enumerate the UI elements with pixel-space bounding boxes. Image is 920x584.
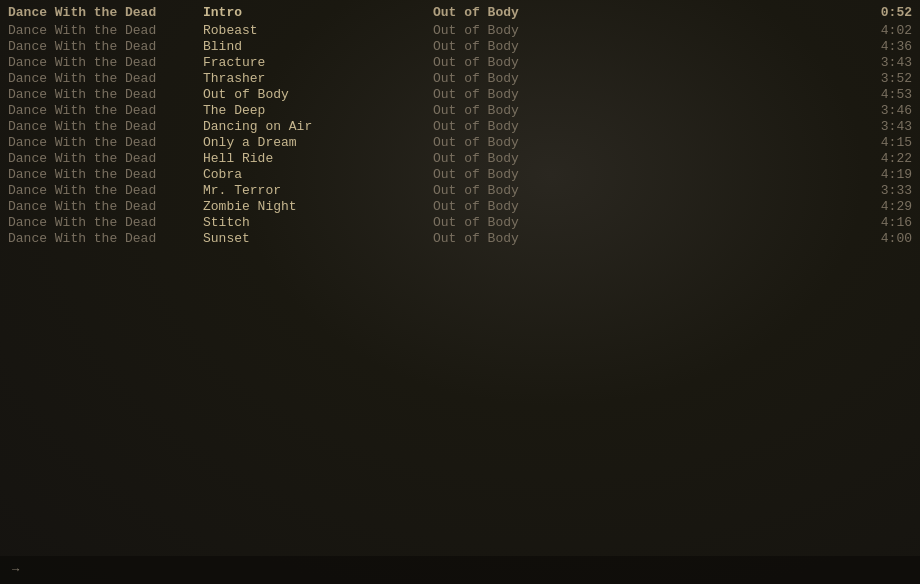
track-album: Out of Body bbox=[433, 215, 663, 230]
track-artist: Dance With the Dead bbox=[8, 23, 203, 38]
track-album: Out of Body bbox=[433, 87, 663, 102]
track-album: Out of Body bbox=[433, 39, 663, 54]
track-album: Out of Body bbox=[433, 231, 663, 246]
track-time: 3:33 bbox=[663, 183, 912, 198]
track-time: 4:36 bbox=[663, 39, 912, 54]
track-row[interactable]: Dance With the DeadBlindOut of Body4:36 bbox=[0, 38, 920, 54]
track-time: 3:46 bbox=[663, 103, 912, 118]
track-time: 0:52 bbox=[663, 5, 912, 20]
track-album: Out of Body bbox=[433, 199, 663, 214]
track-artist: Dance With the Dead bbox=[8, 103, 203, 118]
track-album: Out of Body bbox=[433, 71, 663, 86]
bottom-bar: → bbox=[0, 556, 920, 584]
track-title: Robeast bbox=[203, 23, 433, 38]
track-row[interactable]: Dance With the DeadStitchOut of Body4:16 bbox=[0, 214, 920, 230]
track-time: 4:16 bbox=[663, 215, 912, 230]
track-album: Out of Body bbox=[433, 167, 663, 182]
track-row[interactable]: Dance With the DeadMr. TerrorOut of Body… bbox=[0, 182, 920, 198]
track-title: Intro bbox=[203, 5, 433, 20]
track-time: 3:43 bbox=[663, 55, 912, 70]
track-row[interactable]: Dance With the DeadOnly a DreamOut of Bo… bbox=[0, 134, 920, 150]
track-row[interactable]: Dance With the DeadSunsetOut of Body4:00 bbox=[0, 230, 920, 246]
track-title: Blind bbox=[203, 39, 433, 54]
track-row[interactable]: Dance With the DeadZombie NightOut of Bo… bbox=[0, 198, 920, 214]
track-title: Dancing on Air bbox=[203, 119, 433, 134]
arrow-icon: → bbox=[12, 563, 19, 577]
track-row[interactable]: Dance With the DeadDancing on AirOut of … bbox=[0, 118, 920, 134]
track-album: Out of Body bbox=[433, 5, 663, 20]
track-row[interactable]: Dance With the DeadRobeastOut of Body4:0… bbox=[0, 22, 920, 38]
track-artist: Dance With the Dead bbox=[8, 215, 203, 230]
track-title: Cobra bbox=[203, 167, 433, 182]
track-artist: Dance With the Dead bbox=[8, 135, 203, 150]
track-artist: Dance With the Dead bbox=[8, 119, 203, 134]
track-title: Only a Dream bbox=[203, 135, 433, 150]
track-artist: Dance With the Dead bbox=[8, 55, 203, 70]
track-artist: Dance With the Dead bbox=[8, 151, 203, 166]
track-title: Thrasher bbox=[203, 71, 433, 86]
track-album: Out of Body bbox=[433, 55, 663, 70]
track-time: 4:15 bbox=[663, 135, 912, 150]
track-title: Stitch bbox=[203, 215, 433, 230]
track-artist: Dance With the Dead bbox=[8, 183, 203, 198]
track-artist: Dance With the Dead bbox=[8, 5, 203, 20]
track-artist: Dance With the Dead bbox=[8, 39, 203, 54]
track-time: 4:19 bbox=[663, 167, 912, 182]
track-title: Hell Ride bbox=[203, 151, 433, 166]
track-title: The Deep bbox=[203, 103, 433, 118]
track-list: Dance With the DeadIntroOut of Body0:52D… bbox=[0, 0, 920, 250]
track-time: 4:29 bbox=[663, 199, 912, 214]
track-artist: Dance With the Dead bbox=[8, 167, 203, 182]
track-artist: Dance With the Dead bbox=[8, 231, 203, 246]
track-time: 3:43 bbox=[663, 119, 912, 134]
track-album: Out of Body bbox=[433, 119, 663, 134]
track-row[interactable]: Dance With the DeadFractureOut of Body3:… bbox=[0, 54, 920, 70]
track-time: 4:00 bbox=[663, 231, 912, 246]
track-album: Out of Body bbox=[433, 135, 663, 150]
track-row[interactable]: Dance With the DeadCobraOut of Body4:19 bbox=[0, 166, 920, 182]
track-row[interactable]: Dance With the DeadThrasherOut of Body3:… bbox=[0, 70, 920, 86]
track-album: Out of Body bbox=[433, 23, 663, 38]
track-row[interactable]: Dance With the DeadThe DeepOut of Body3:… bbox=[0, 102, 920, 118]
track-title: Sunset bbox=[203, 231, 433, 246]
track-artist: Dance With the Dead bbox=[8, 199, 203, 214]
track-time: 3:52 bbox=[663, 71, 912, 86]
track-time: 4:02 bbox=[663, 23, 912, 38]
track-row[interactable]: Dance With the DeadHell RideOut of Body4… bbox=[0, 150, 920, 166]
track-time: 4:53 bbox=[663, 87, 912, 102]
track-title: Out of Body bbox=[203, 87, 433, 102]
track-album: Out of Body bbox=[433, 183, 663, 198]
track-time: 4:22 bbox=[663, 151, 912, 166]
track-row[interactable]: Dance With the DeadIntroOut of Body0:52 bbox=[0, 4, 920, 20]
track-title: Mr. Terror bbox=[203, 183, 433, 198]
track-row[interactable]: Dance With the DeadOut of BodyOut of Bod… bbox=[0, 86, 920, 102]
track-album: Out of Body bbox=[433, 103, 663, 118]
track-artist: Dance With the Dead bbox=[8, 71, 203, 86]
track-title: Zombie Night bbox=[203, 199, 433, 214]
track-album: Out of Body bbox=[433, 151, 663, 166]
track-title: Fracture bbox=[203, 55, 433, 70]
track-artist: Dance With the Dead bbox=[8, 87, 203, 102]
